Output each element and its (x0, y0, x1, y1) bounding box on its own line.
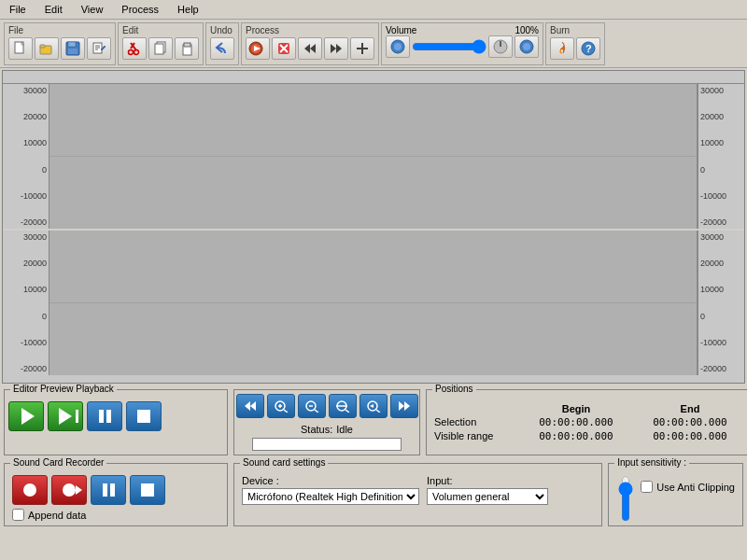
scale-n20k-left: -20000 (21, 217, 47, 227)
svg-marker-28 (331, 44, 336, 53)
channel-bottom-display (49, 231, 698, 375)
toolbar-edit-button[interactable] (87, 37, 111, 60)
toolbar-burn-icons: ? (550, 37, 600, 60)
record-monitor-button[interactable] (51, 475, 87, 505)
record-button[interactable] (12, 475, 48, 505)
menu-edit[interactable]: Edit (39, 2, 68, 17)
volume-icon-left[interactable] (386, 35, 410, 58)
channel-bottom: 30000 20000 10000 0 -10000 -20000 30000 … (3, 231, 744, 375)
scale2-30k-right: 30000 (700, 232, 724, 242)
anti-clip-row: Use Anti Clipping (641, 481, 735, 493)
scale-0-left: 0 (42, 165, 47, 175)
svg-marker-56 (370, 404, 374, 408)
svg-rect-3 (40, 45, 45, 48)
input-select[interactable]: Volumen general (427, 488, 548, 505)
pause-icon (99, 410, 111, 423)
toolbar-burn-label: Burn (550, 25, 570, 35)
svg-line-45 (284, 410, 288, 413)
toolbar-paste-button[interactable] (175, 37, 199, 60)
scale2-0-right: 0 (700, 312, 705, 321)
toolbar-file-icons (8, 37, 111, 60)
toolbar-rewind-button[interactable] (298, 37, 322, 60)
channel-top-display (49, 84, 698, 229)
toolbar-process-group: Process (241, 22, 379, 65)
toolbar-cut-button[interactable] (122, 37, 147, 60)
toolbar-process2-button[interactable] (272, 37, 296, 60)
device-label: Device : (242, 475, 419, 486)
svg-marker-58 (404, 401, 410, 411)
volume-label: Volume (386, 25, 416, 35)
scale-0-right: 0 (700, 165, 705, 175)
toolbar-new-button[interactable] (8, 37, 33, 60)
volume-slider[interactable] (412, 39, 486, 54)
toolbar-save-button[interactable] (61, 37, 85, 60)
soundcard-title: Sound card settings (240, 457, 328, 468)
svg-marker-57 (399, 401, 404, 411)
toolbar-help-button[interactable]: ? (576, 37, 600, 60)
sensitivity-slider[interactable] (616, 475, 635, 522)
stop-button[interactable] (126, 401, 162, 431)
anti-clip-checkbox[interactable] (641, 481, 653, 493)
transport-ff-end[interactable] (390, 394, 418, 418)
scale2-20k-right: 20000 (700, 259, 724, 268)
scale2-30k-left: 30000 (23, 232, 47, 242)
svg-line-55 (376, 410, 380, 413)
input-label: Input: (427, 475, 548, 486)
toolbar-copy-button[interactable] (148, 37, 173, 60)
device-select[interactable]: Micrófono (Realtek High Definition (242, 488, 419, 505)
svg-marker-29 (336, 44, 342, 53)
svg-rect-5 (68, 42, 76, 47)
anti-clip-label: Use Anti Clipping (656, 482, 735, 493)
play-skip-button[interactable] (48, 401, 83, 431)
scale-n10k-right: -10000 (700, 191, 726, 201)
svg-rect-6 (68, 49, 78, 54)
menu-help[interactable]: Help (172, 2, 204, 17)
append-checkbox[interactable] (12, 509, 24, 521)
toolbar-undo-button[interactable] (210, 37, 234, 60)
svg-point-15 (134, 49, 139, 54)
scale2-20k-left: 20000 (23, 259, 47, 268)
volume-knob[interactable] (488, 35, 513, 58)
waveform-area: 30000 20000 10000 0 -10000 -20000 30000 … (0, 68, 747, 385)
play-button[interactable] (8, 401, 44, 431)
recorder-title: Sound Card Recorder (10, 457, 106, 468)
transport-zoom-in[interactable] (267, 394, 295, 418)
scale-10k-right: 10000 (700, 138, 724, 147)
pause-button[interactable] (87, 401, 122, 431)
scale-20k-right: 20000 (700, 112, 724, 121)
menu-view[interactable]: View (76, 2, 109, 17)
channel-top-scale-left: 30000 20000 10000 0 -10000 -20000 (3, 84, 49, 229)
toolbar-forward-button[interactable] (324, 37, 348, 60)
playback-buttons (8, 401, 223, 431)
scale-10k-left: 10000 (23, 138, 47, 147)
transport-zoom-out[interactable] (298, 394, 326, 418)
svg-point-33 (394, 43, 402, 50)
toolbar-add-button[interactable] (350, 37, 374, 60)
recorder-pause-button[interactable] (91, 475, 126, 505)
scale2-n10k-right: -10000 (700, 338, 726, 347)
recorder-stop-button[interactable] (130, 475, 165, 505)
transport-zoom-all[interactable] (329, 394, 357, 418)
scale-n10k-left: -10000 (21, 191, 47, 201)
transport-rewind-start[interactable] (236, 394, 264, 418)
monitor-arrow-icon (76, 485, 82, 495)
toolbar-process1-button[interactable] (246, 37, 270, 60)
play-skip-icon (59, 408, 72, 425)
positions-end-header: End (634, 403, 746, 414)
volume-icon-right[interactable] (514, 35, 539, 58)
toolbar-open-button[interactable] (35, 37, 59, 60)
channel-top: 30000 20000 10000 0 -10000 -20000 30000 … (3, 84, 744, 229)
append-label: Append data (28, 510, 86, 521)
status-row: Status: Idle (301, 424, 353, 435)
recorder-pause-icon (103, 483, 115, 497)
transport-scroll-left[interactable] (359, 394, 388, 418)
svg-marker-26 (304, 44, 310, 53)
menu-file[interactable]: File (4, 2, 32, 17)
record-monitor-icon (63, 483, 76, 497)
menu-process[interactable]: Process (116, 2, 164, 17)
toolbar-burn-button[interactable] (550, 37, 574, 60)
sensitivity-title: Input sensitivity : (614, 457, 689, 468)
transport-section: Status: Idle (233, 389, 420, 455)
volume-label-row: Volume 100% (386, 25, 539, 35)
recorder-buttons (12, 475, 219, 505)
